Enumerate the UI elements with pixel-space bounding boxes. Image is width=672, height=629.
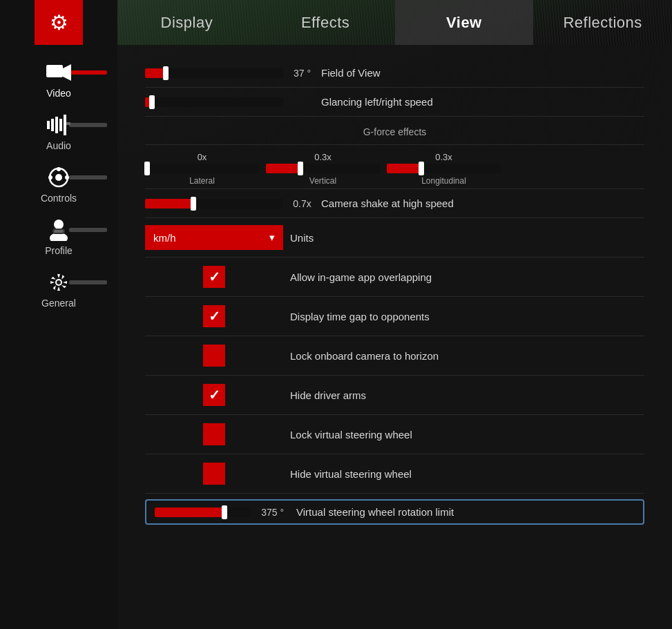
svg-point-13 xyxy=(54,220,64,229)
gforce-longitudinal: 0.3x Longitudinal xyxy=(387,152,501,186)
sidebar-label-profile: Profile xyxy=(45,245,73,256)
lateral-thumb[interactable] xyxy=(144,162,150,175)
hide-steering-wheel-row: Hide virtual steering wheel xyxy=(145,454,644,494)
gforce-vertical-slider[interactable] xyxy=(266,164,380,173)
controls-icon xyxy=(46,167,71,188)
gforce-lateral-slider[interactable] xyxy=(145,164,259,173)
svg-point-10 xyxy=(48,175,52,180)
chevron-down-icon: ▾ xyxy=(269,231,275,244)
shake-thumb[interactable] xyxy=(191,197,196,211)
units-selected: km/h xyxy=(153,232,176,244)
svg-rect-6 xyxy=(64,115,66,135)
shake-label: Camera shake at high speed xyxy=(321,197,644,209)
allow-overlapping-row: Allow in-game app overlapping xyxy=(145,258,644,297)
svg-rect-5 xyxy=(59,119,62,131)
steering-rotation-slider[interactable] xyxy=(155,507,251,517)
camera-shake-row: 0.7x Camera shake at high speed xyxy=(145,189,644,218)
display-time-gap-label: Display time gap to opponents xyxy=(290,311,644,322)
svg-rect-4 xyxy=(55,117,58,133)
sidebar-item-profile[interactable]: Profile xyxy=(10,216,107,256)
field-of-view-row: 37 ° Field of View xyxy=(145,59,644,88)
sidebar-label-general: General xyxy=(41,298,76,309)
gforce-lateral-label: Lateral xyxy=(189,176,215,186)
svg-rect-7 xyxy=(66,122,70,125)
sidebar-gear-button[interactable]: ⚙ xyxy=(35,0,83,45)
svg-rect-0 xyxy=(46,65,63,77)
lock-steering-wheel-row: Lock virtual steering wheel xyxy=(145,415,644,454)
svg-rect-16 xyxy=(54,230,64,233)
steering-rotation-row: 375 ° Virtual steering wheel rotation li… xyxy=(145,499,644,525)
gforce-lateral-value: 0x xyxy=(198,152,207,162)
lock-steering-wheel-checkbox[interactable] xyxy=(203,423,225,445)
svg-rect-2 xyxy=(47,121,50,129)
longitudinal-thumb[interactable] xyxy=(419,162,424,175)
hide-driver-arms-label: Hide driver arms xyxy=(290,389,644,401)
svg-point-9 xyxy=(55,174,62,181)
lock-camera-label: Lock onboard camera to horizon xyxy=(290,350,644,362)
svg-point-12 xyxy=(57,167,61,171)
tab-effects[interactable]: Effects xyxy=(256,0,395,45)
fov-label: Field of View xyxy=(321,67,644,79)
sidebar-item-video[interactable]: Video xyxy=(10,59,107,99)
gforce-longitudinal-value: 0.3x xyxy=(435,152,452,162)
gforce-longitudinal-slider[interactable] xyxy=(387,164,501,173)
shake-fill xyxy=(145,199,193,209)
longitudinal-fill xyxy=(387,164,421,173)
camera-shake-slider[interactable] xyxy=(145,199,283,209)
sidebar-item-controls[interactable]: Controls xyxy=(10,164,107,204)
units-row: km/h ▾ Units xyxy=(145,218,644,258)
lock-camera-checkbox[interactable] xyxy=(203,345,225,367)
sidebar: ⚙ Video Audio xyxy=(0,0,117,629)
vertical-thumb[interactable] xyxy=(298,162,303,175)
tab-view[interactable]: View xyxy=(395,0,534,45)
main-content: 37 ° Field of View Glancing left/right s… xyxy=(117,45,672,629)
hide-steering-wheel-label: Hide virtual steering wheel xyxy=(290,468,644,480)
sidebar-item-audio[interactable]: Audio xyxy=(10,111,107,151)
gear-icon: ⚙ xyxy=(50,10,68,35)
svg-marker-1 xyxy=(63,64,71,81)
lock-steering-wheel-label: Lock virtual steering wheel xyxy=(290,429,644,441)
general-icon xyxy=(47,271,70,294)
vertical-fill xyxy=(266,164,300,173)
hide-steering-wheel-checkbox[interactable] xyxy=(203,463,225,485)
sidebar-label-audio: Audio xyxy=(46,140,71,151)
sidebar-label-video: Video xyxy=(46,88,71,99)
units-dropdown[interactable]: km/h ▾ xyxy=(145,225,283,250)
hide-driver-arms-row: Hide driver arms xyxy=(145,376,644,415)
rotation-fill xyxy=(155,507,224,517)
glancing-speed-slider[interactable] xyxy=(145,97,283,107)
fov-thumb[interactable] xyxy=(163,66,169,80)
glancing-label: Glancing left/right speed xyxy=(321,96,644,108)
display-time-gap-row: Display time gap to opponents xyxy=(145,297,644,336)
gforce-longitudinal-label: Longitudinal xyxy=(421,176,466,186)
sidebar-item-general[interactable]: General xyxy=(10,269,107,309)
gforce-vertical: 0.3x Vertical xyxy=(266,152,380,186)
hide-driver-arms-checkbox[interactable] xyxy=(203,384,225,406)
profile-icon xyxy=(46,219,71,241)
svg-point-18 xyxy=(57,280,61,284)
field-of-view-slider[interactable] xyxy=(145,68,283,78)
tab-reflections[interactable]: Reflections xyxy=(533,0,672,45)
display-time-gap-checkbox[interactable] xyxy=(203,305,225,327)
fov-value: 37 ° xyxy=(283,68,321,79)
glancing-speed-row: Glancing left/right speed xyxy=(145,88,644,117)
audio-icon xyxy=(47,115,70,135)
allow-overlapping-checkbox[interactable] xyxy=(203,266,225,288)
shake-value: 0.7x xyxy=(283,198,321,209)
allow-overlapping-label: Allow in-game app overlapping xyxy=(290,271,644,283)
video-icon xyxy=(46,62,71,83)
gforce-section-label: G-force effects xyxy=(145,117,644,145)
rotation-value: 375 ° xyxy=(251,507,289,518)
gforce-lateral: 0x Lateral xyxy=(145,152,259,186)
lock-camera-row: Lock onboard camera to horizon xyxy=(145,336,644,376)
glancing-thumb[interactable] xyxy=(149,95,155,109)
svg-point-11 xyxy=(65,175,69,180)
svg-rect-3 xyxy=(51,119,54,131)
tab-display[interactable]: Display xyxy=(117,0,256,45)
steering-rotation-label: Virtual steering wheel rotation limit xyxy=(296,506,635,518)
rotation-thumb[interactable] xyxy=(222,505,227,519)
gforce-vertical-label: Vertical xyxy=(309,176,336,186)
units-label: Units xyxy=(290,232,644,244)
gforce-vertical-value: 0.3x xyxy=(314,152,332,162)
sidebar-label-controls: Controls xyxy=(41,193,77,204)
